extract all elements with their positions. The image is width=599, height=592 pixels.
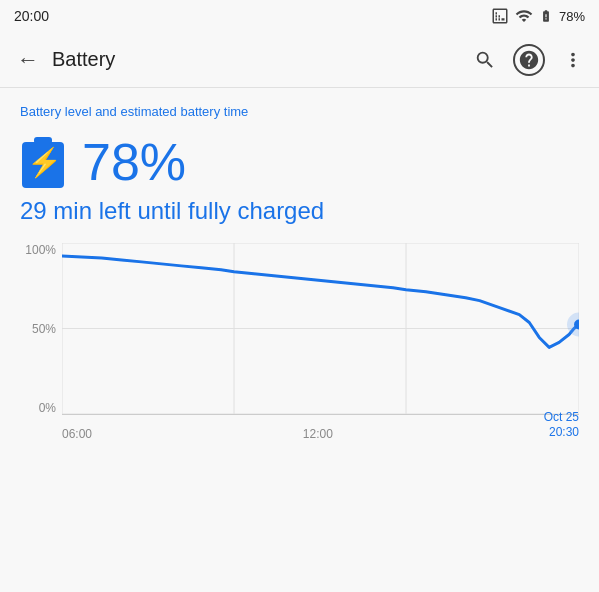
battery-percentage: 78% (82, 136, 186, 188)
status-icons: 78% (491, 7, 585, 25)
status-time: 20:00 (14, 8, 49, 24)
status-bar: 20:00 78% (0, 0, 599, 32)
search-button[interactable] (469, 44, 501, 76)
app-bar: ← Battery (0, 32, 599, 88)
svg-rect-1 (34, 137, 52, 144)
y-label-0: 0% (39, 401, 56, 415)
battery-charging-svg: ⚡ (20, 135, 68, 191)
x-label-time: 20:30 (549, 425, 579, 439)
more-options-button[interactable] (557, 44, 589, 76)
y-label-100: 100% (25, 243, 56, 257)
x-label-date: Oct 25 (544, 410, 579, 424)
battery-chart: 100% 50% 0% (20, 243, 579, 443)
x-label-1200: 12:00 (303, 427, 333, 441)
more-vert-icon (562, 49, 584, 71)
svg-text:⚡: ⚡ (27, 146, 62, 179)
section-label: Battery level and estimated battery time (20, 104, 579, 119)
x-label-oct25: Oct 25 20:30 (544, 410, 579, 441)
back-button[interactable]: ← (10, 42, 46, 78)
app-bar-actions (469, 44, 589, 76)
battery-icon: ⚡ (20, 135, 68, 189)
charging-icon (539, 7, 553, 25)
nfc-icon (491, 7, 509, 25)
help-button[interactable] (513, 44, 545, 76)
app-bar-title: Battery (52, 48, 469, 71)
battery-percent-status: 78% (559, 9, 585, 24)
chart-svg (62, 243, 579, 414)
x-label-0600: 06:00 (62, 427, 92, 441)
y-label-50: 50% (32, 322, 56, 336)
chart-x-labels: 06:00 12:00 Oct 25 20:30 (62, 415, 579, 443)
wifi-icon (515, 7, 533, 25)
battery-status-row: ⚡ 78% (20, 135, 579, 189)
battery-time-remaining: 29 min left until fully charged (20, 197, 579, 225)
chart-plot-area (62, 243, 579, 415)
chart-y-labels: 100% 50% 0% (20, 243, 62, 415)
search-icon (474, 49, 496, 71)
help-icon (518, 49, 540, 71)
main-content: Battery level and estimated battery time… (0, 88, 599, 459)
